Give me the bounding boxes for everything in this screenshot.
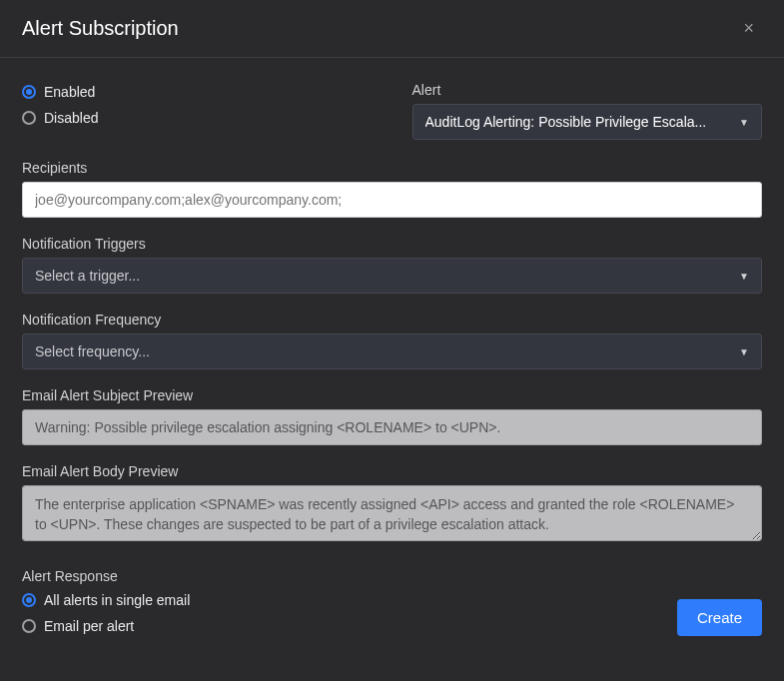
radio-icon: [22, 619, 36, 633]
recipients-input[interactable]: [22, 182, 762, 218]
body-preview-textarea: [22, 485, 762, 541]
subject-preview-group: Email Alert Subject Preview: [22, 387, 762, 445]
close-icon[interactable]: ×: [735, 14, 762, 43]
frequency-select[interactable]: Select frequency... ▼: [22, 334, 762, 369]
alert-response-group: Alert Response All alerts in single emai…: [22, 568, 677, 636]
triggers-label: Notification Triggers: [22, 236, 762, 252]
status-disabled-label: Disabled: [44, 108, 98, 128]
triggers-placeholder: Select a trigger...: [35, 268, 731, 284]
status-enabled-label: Enabled: [44, 82, 95, 102]
response-all-label: All alerts in single email: [44, 590, 190, 610]
chevron-down-icon: ▼: [739, 117, 749, 128]
status-radio-group: Enabled Disabled: [22, 82, 373, 128]
footer-row: Alert Response All alerts in single emai…: [22, 568, 762, 636]
recipients-label: Recipients: [22, 160, 762, 176]
frequency-group: Notification Frequency Select frequency.…: [22, 312, 762, 369]
radio-icon: [22, 85, 36, 99]
top-row: Enabled Disabled Alert AuditLog Alerting…: [22, 82, 762, 140]
alert-column: Alert AuditLog Alerting: Possible Privil…: [412, 82, 763, 140]
response-all-radio[interactable]: All alerts in single email: [22, 590, 677, 610]
response-per-label: Email per alert: [44, 616, 134, 636]
radio-icon: [22, 111, 36, 125]
triggers-group: Notification Triggers Select a trigger..…: [22, 236, 762, 294]
alert-response-label: Alert Response: [22, 568, 677, 584]
frequency-label: Notification Frequency: [22, 312, 762, 328]
response-per-radio[interactable]: Email per alert: [22, 616, 677, 636]
body-preview-group: Email Alert Body Preview: [22, 463, 762, 544]
alert-subscription-modal: Alert Subscription × Enabled Disabled Al…: [0, 0, 784, 681]
body-preview-label: Email Alert Body Preview: [22, 463, 762, 479]
chevron-down-icon: ▼: [739, 346, 749, 357]
alert-select[interactable]: AuditLog Alerting: Possible Privilege Es…: [412, 104, 763, 140]
subject-preview-label: Email Alert Subject Preview: [22, 387, 762, 403]
modal-header: Alert Subscription ×: [0, 0, 784, 58]
triggers-select[interactable]: Select a trigger... ▼: [22, 258, 762, 294]
recipients-group: Recipients: [22, 160, 762, 218]
radio-icon: [22, 593, 36, 607]
alert-label: Alert: [412, 82, 763, 98]
status-disabled-radio[interactable]: Disabled: [22, 108, 373, 128]
subject-preview-input: [22, 409, 762, 445]
alert-selected-text: AuditLog Alerting: Possible Privilege Es…: [425, 114, 732, 130]
chevron-down-icon: ▼: [739, 271, 749, 282]
create-button[interactable]: Create: [677, 599, 762, 636]
status-column: Enabled Disabled: [22, 82, 373, 140]
status-enabled-radio[interactable]: Enabled: [22, 82, 373, 102]
response-radio-group: All alerts in single email Email per ale…: [22, 590, 677, 636]
frequency-placeholder: Select frequency...: [35, 343, 731, 359]
modal-title: Alert Subscription: [22, 17, 179, 40]
modal-body: Enabled Disabled Alert AuditLog Alerting…: [0, 58, 784, 681]
